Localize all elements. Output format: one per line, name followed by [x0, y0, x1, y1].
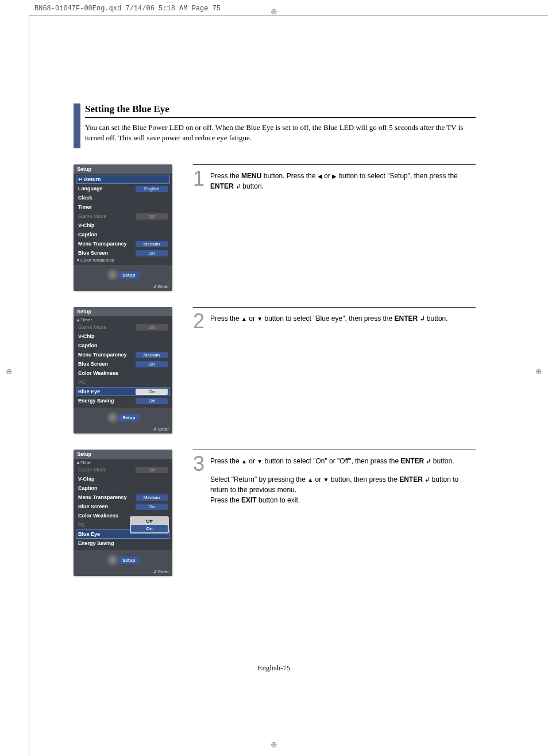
- osd-scroll-indicator: ▼Color Weakness: [76, 258, 170, 263]
- osd-row: Energy Saving: [76, 539, 170, 548]
- osd-title: Setup: [74, 307, 172, 316]
- osd-footer-label: Setup: [118, 271, 140, 279]
- step-number: 1: [193, 168, 210, 189]
- osd-screenshot-3: Setup ▲Timer Game ModeOff V-Chip Caption…: [74, 450, 172, 576]
- step-1: Setup ↩ Return LanguageEnglish Clock Tim…: [74, 164, 476, 291]
- osd-enter-hint: ↲ Enter: [74, 425, 172, 433]
- osd-row: Menu TransparencyMedium: [76, 239, 170, 248]
- step-3: Setup ▲Timer Game ModeOff V-Chip Caption…: [74, 450, 476, 576]
- step-text: Press the ▲ or ▼ button to select "Blue …: [210, 313, 476, 332]
- enter-icon: ↲: [424, 476, 430, 483]
- popup-option-on: On: [131, 525, 168, 532]
- osd-popup: Off On: [130, 516, 169, 534]
- popup-option-off: Off: [131, 517, 168, 525]
- osd-row: Caption: [76, 341, 170, 350]
- down-arrow-icon: ▼: [257, 458, 263, 465]
- osd-row: Blue ScreenOn: [76, 248, 170, 258]
- right-arrow-icon: ▶: [332, 173, 337, 179]
- section-intro: You can set the Blue Power LED on or off…: [85, 122, 476, 143]
- osd-row: Menu TransparencyMedium: [76, 350, 170, 359]
- osd-row: Timer: [76, 202, 170, 212]
- step-rule: [193, 307, 476, 308]
- osd-screenshot-2: Setup ▲Timer Game ModeOff V-Chip Caption…: [74, 307, 172, 433]
- osd-row: LanguageEnglish: [76, 184, 170, 193]
- osd-row: Blue ScreenOn: [76, 502, 170, 511]
- step-rule: [193, 164, 476, 165]
- osd-row: Game ModeOff: [76, 465, 170, 474]
- gear-icon: [106, 411, 119, 424]
- up-arrow-icon: ▲: [307, 477, 313, 483]
- enter-icon: ↲: [426, 458, 431, 465]
- enter-icon: ↲: [420, 315, 425, 322]
- osd-scroll-indicator: ▲Timer: [76, 460, 170, 465]
- osd-screenshot-1: Setup ↩ Return LanguageEnglish Clock Tim…: [74, 164, 172, 291]
- left-arrow-icon: ◀: [318, 173, 322, 179]
- osd-footer: Setup: [74, 265, 172, 282]
- osd-row: PC: [76, 378, 170, 387]
- down-arrow-icon: ▼: [323, 477, 329, 483]
- osd-row: Energy SavingOff: [76, 396, 170, 405]
- section-title: Setting the Blue Eye: [85, 103, 476, 118]
- up-arrow-icon: ▲: [241, 316, 247, 322]
- enter-icon: ↲: [236, 183, 241, 190]
- osd-row: V-Chip: [76, 474, 170, 483]
- crop-line-top: [29, 15, 548, 16]
- osd-footer-label: Setup: [118, 414, 140, 421]
- gear-icon: [106, 554, 119, 566]
- osd-row: Menu TransparencyMedium: [76, 493, 170, 502]
- crop-mark-icon: ⊕: [271, 7, 277, 16]
- osd-footer: Setup: [74, 408, 172, 425]
- step-rule: [193, 450, 476, 450]
- accent-bar: [74, 103, 80, 148]
- osd-enter-hint: ↲ Enter: [74, 567, 172, 576]
- osd-row: Color Weakness: [76, 369, 170, 378]
- osd-row: Caption: [76, 230, 170, 239]
- osd-row-selected: Blue EyeOn: [76, 387, 170, 396]
- crop-mark-icon: ⊕: [271, 740, 277, 749]
- osd-title: Setup: [74, 450, 172, 459]
- osd-row: Caption: [76, 483, 170, 493]
- osd-footer-label: Setup: [118, 557, 140, 564]
- crop-mark-icon: ⊕: [6, 367, 13, 376]
- osd-row: Blue ScreenOn: [76, 359, 170, 369]
- step-number: 3: [193, 454, 210, 474]
- up-arrow-icon: ▲: [241, 458, 247, 465]
- step-number: 2: [193, 311, 210, 332]
- section-header: Setting the Blue Eye You can set the Blu…: [74, 103, 476, 148]
- osd-row: V-Chip: [76, 332, 170, 341]
- osd-scroll-indicator: ▲Timer: [76, 317, 170, 323]
- osd-footer: Setup: [74, 550, 172, 567]
- osd-return-row: ↩ Return: [76, 175, 170, 184]
- print-header: BN68-01047F-00Eng.qxd 7/14/06 5:18 AM Pa…: [34, 5, 221, 13]
- osd-row: Clock: [76, 193, 170, 202]
- page-footer: English-75: [0, 663, 548, 673]
- osd-title: Setup: [74, 164, 172, 174]
- step-2: Setup ▲Timer Game ModeOff V-Chip Caption…: [74, 307, 476, 433]
- page-content: Setting the Blue Eye You can set the Blu…: [74, 103, 476, 576]
- step-text: Press the ▲ or ▼ button to select "On" o…: [210, 456, 476, 513]
- crop-mark-icon: ⊕: [535, 367, 542, 376]
- osd-row: V-Chip: [76, 221, 170, 230]
- step-text: Press the MENU button. Press the ◀ or ▶ …: [210, 171, 476, 199]
- osd-row: Game ModeOff: [76, 323, 170, 332]
- gear-icon: [106, 268, 119, 281]
- crop-line-left: [29, 15, 29, 756]
- down-arrow-icon: ▼: [257, 316, 263, 322]
- osd-row: Game ModeOff: [76, 212, 170, 221]
- osd-enter-hint: ↲ Enter: [74, 282, 172, 291]
